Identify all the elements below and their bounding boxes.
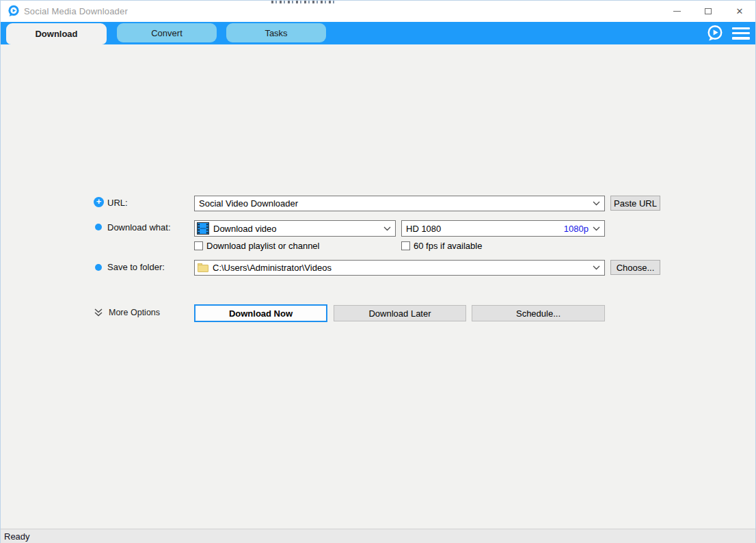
download-what-value: Download video [213, 224, 379, 234]
close-icon: ✕ [736, 7, 744, 16]
double-chevron-down-icon [94, 308, 103, 317]
download-what-bullet-icon [95, 224, 102, 230]
quality-value: HD 1080 [406, 224, 564, 234]
tab-download[interactable]: Download [6, 23, 107, 44]
add-url-icon: + [94, 197, 104, 207]
folder-icon [198, 263, 208, 272]
fps-checkbox-row: 60 fps if available [401, 241, 482, 251]
quality-badge: 1080p [564, 224, 589, 234]
video-bubble-icon[interactable] [705, 24, 724, 42]
minimize-icon [673, 11, 681, 12]
chevron-down-icon[interactable] [593, 226, 600, 231]
choose-folder-label: Choose... [617, 263, 655, 273]
fps-checkbox[interactable] [401, 241, 410, 250]
tab-download-label: Download [35, 29, 77, 39]
url-combobox[interactable]: Social Video Downloader [194, 196, 605, 211]
schedule-button[interactable]: Schedule... [472, 305, 605, 321]
download-what-label: Download what: [107, 222, 171, 233]
app-window: Social Media Downloader ✕ Download Conve… [0, 0, 756, 543]
download-now-button[interactable]: Download Now [194, 304, 327, 322]
window-title: Social Media Downloader [24, 6, 128, 16]
chevron-down-icon[interactable] [593, 201, 600, 206]
more-options-label: More Options [109, 308, 160, 317]
paste-url-label: Paste URL [614, 198, 657, 209]
save-folder-bullet-icon [95, 264, 102, 271]
maximize-button[interactable] [692, 1, 724, 22]
tab-convert-label: Convert [151, 28, 183, 38]
titlebar: Social Media Downloader ✕ [1, 1, 755, 22]
film-strip-icon [197, 222, 209, 235]
menu-icon [732, 27, 750, 30]
close-button[interactable]: ✕ [724, 1, 755, 22]
playlist-checkbox-label: Download playlist or channel [206, 241, 319, 251]
playlist-checkbox-row: Download playlist or channel [194, 241, 319, 251]
tab-tasks-label: Tasks [265, 28, 287, 38]
url-label: URL: [107, 198, 128, 208]
tab-convert[interactable]: Convert [117, 23, 217, 42]
download-what-combobox[interactable]: Download video [194, 220, 396, 237]
schedule-label: Schedule... [516, 308, 561, 319]
window-controls: ✕ [661, 1, 755, 22]
maximize-icon [705, 8, 712, 14]
playlist-checkbox[interactable] [194, 241, 203, 250]
download-later-label: Download Later [368, 308, 431, 319]
url-value: Social Video Downloader [199, 198, 589, 209]
chevron-down-icon[interactable] [383, 226, 391, 231]
app-logo-icon [8, 5, 20, 17]
tab-bar: Download Convert Tasks [1, 22, 755, 44]
minimize-button[interactable] [661, 1, 692, 22]
clipped-overlay-artifact [271, 1, 334, 3]
tab-tasks[interactable]: Tasks [226, 23, 326, 42]
save-folder-value: C:\Users\Administrator\Videos [213, 263, 589, 273]
more-options-expander[interactable]: More Options [94, 308, 160, 317]
paste-url-button[interactable]: Paste URL [610, 196, 660, 211]
tabbar-actions [705, 22, 750, 44]
quality-combobox[interactable]: HD 1080 1080p [401, 220, 605, 237]
save-folder-combobox[interactable]: C:\Users\Administrator\Videos [194, 260, 605, 276]
chevron-down-icon[interactable] [593, 265, 600, 270]
download-panel: + URL: Social Video Downloader Paste URL… [1, 44, 755, 529]
fps-checkbox-label: 60 fps if available [414, 241, 482, 251]
menu-button[interactable] [732, 27, 750, 40]
choose-folder-button[interactable]: Choose... [610, 260, 660, 275]
status-text: Ready [4, 531, 30, 542]
save-folder-label: Save to folder: [107, 262, 165, 272]
download-now-label: Download Now [229, 308, 293, 319]
download-later-button[interactable]: Download Later [334, 305, 466, 321]
status-bar: Ready [1, 529, 755, 543]
